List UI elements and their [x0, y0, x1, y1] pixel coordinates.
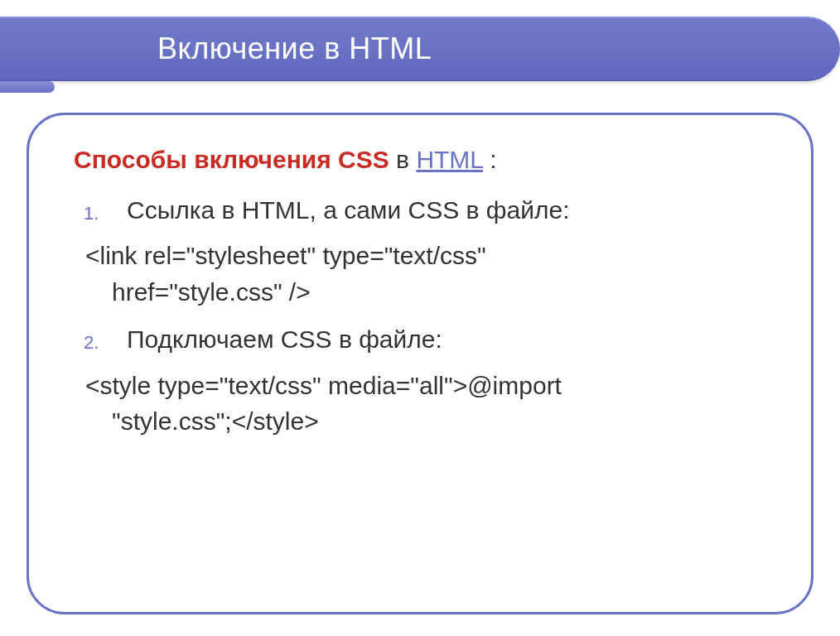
list-item: Ссылка в HTML, а сами CSS в файле: — [74, 192, 788, 229]
code-line: <style type="text/css" media="all">@impo… — [74, 368, 788, 440]
heading-link[interactable]: HTML — [416, 146, 483, 173]
item-label: Подключаем CSS в файле: — [127, 325, 442, 353]
heading-tail: : — [483, 146, 497, 173]
title-bar: Включение в HTML — [0, 17, 840, 81]
code-text: <link rel="stylesheet" type="text/css" — [85, 242, 486, 269]
item-label: Ссылка в HTML, а сами CSS в файле: — [127, 196, 570, 224]
methods-list-cont: Подключаем CSS в файле: — [74, 321, 788, 358]
code-text-indent: href="style.css" /> — [85, 274, 311, 311]
slide-title: Включение в HTML — [157, 31, 432, 66]
content-frame: Способы включения CSS в HTML : Ссылка в … — [27, 113, 813, 614]
heading-lead: Способы включения CSS — [74, 146, 389, 173]
code-text: <style type="text/css" media="all">@impo… — [85, 372, 562, 399]
heading-suffix: в — [389, 146, 417, 173]
content-heading: Способы включения CSS в HTML : — [74, 143, 788, 177]
list-item: Подключаем CSS в файле: — [74, 321, 788, 358]
code-text-indent: "style.css";</style> — [85, 403, 319, 440]
methods-list: Ссылка в HTML, а сами CSS в файле: — [74, 192, 788, 229]
accent-bar — [0, 81, 55, 93]
presentation-slide: Включение в HTML Способы включения CSS в… — [0, 0, 840, 636]
code-line: <link rel="stylesheet" type="text/css" h… — [74, 238, 788, 310]
